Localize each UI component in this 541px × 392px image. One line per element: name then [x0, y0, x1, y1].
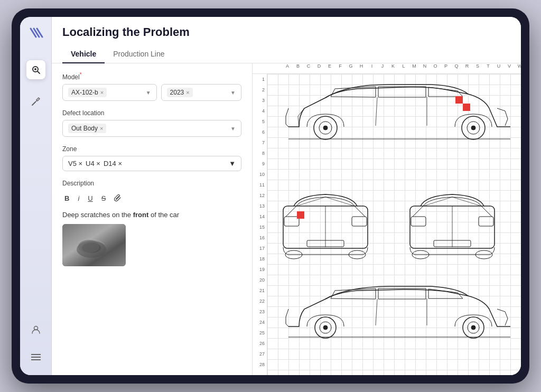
- svg-line-43: [413, 206, 423, 217]
- grid-letter-f: F: [335, 63, 346, 73]
- strikethrough-button[interactable]: S: [99, 193, 108, 204]
- svg-point-19: [471, 126, 475, 130]
- zone-chip-d14: D14 ×: [104, 160, 122, 167]
- svg-point-47: [323, 325, 328, 330]
- grid-cells[interactable]: [267, 74, 521, 375]
- model-field-group: Model* AX-102-b × ▼: [62, 72, 241, 101]
- user-nav-icon[interactable]: [26, 320, 45, 339]
- svg-point-5: [34, 68, 36, 70]
- search-nav-icon[interactable]: [26, 60, 45, 79]
- svg-point-16: [323, 126, 328, 130]
- grid-letter-v: V: [504, 63, 515, 73]
- zone-dropdown-arrow: ▼: [229, 160, 236, 167]
- description-text: Deep scratches on the front of the car: [62, 211, 241, 219]
- zone-chip-u4: U4 ×: [86, 160, 100, 167]
- grid-letter-c: C: [303, 63, 314, 73]
- model-dropdown-arrow-2: ▼: [227, 90, 236, 96]
- model-chip-1-remove[interactable]: ×: [100, 89, 104, 96]
- model-dropdown-arrow-1: ▼: [143, 90, 151, 96]
- zone-field-group: Zone V5 × U4 × D14 × ▼: [62, 145, 241, 171]
- grid-letters: A B C D E F G H I J K L M: [253, 63, 521, 74]
- image-thumbnail[interactable]: [62, 224, 126, 266]
- grid-letter-m: M: [409, 63, 419, 73]
- defect-chip: Out Body ×: [68, 124, 106, 133]
- model-select-row: AX-102-b × ▼ 2023 × ▼: [62, 84, 241, 101]
- grid-letter-t: T: [483, 63, 493, 73]
- defect-label: Defect location: [62, 109, 241, 117]
- page-title: Localizing the Problem: [62, 25, 510, 39]
- attach-button[interactable]: [112, 193, 124, 204]
- body: Model* AX-102-b × ▼: [52, 63, 521, 375]
- tab-production-line[interactable]: Production Line: [105, 45, 173, 63]
- svg-line-33: [355, 206, 365, 217]
- svg-line-52: [376, 299, 377, 325]
- grid-letter-g: G: [346, 63, 356, 73]
- sidebar: [20, 17, 52, 375]
- description-field-group: Description B i U S: [62, 180, 241, 266]
- defect-field-group: Defect location Out Body × ▼: [62, 109, 241, 137]
- svg-point-13: [82, 242, 101, 253]
- menu-nav-icon[interactable]: [26, 348, 45, 367]
- model-select-2[interactable]: 2023 × ▼: [161, 84, 241, 101]
- zone-chip-d14-remove[interactable]: ×: [118, 160, 122, 167]
- tablet-frame: Localizing the Problem Vehicle Productio…: [12, 8, 529, 384]
- grid-letter-n: N: [419, 63, 430, 73]
- tabs: Vehicle Production Line: [62, 45, 510, 63]
- grid-letter-i: I: [367, 63, 377, 73]
- svg-line-44: [481, 206, 492, 217]
- zone-label: Zone: [62, 145, 241, 153]
- model-select-1[interactable]: AX-102-b × ▼: [62, 84, 157, 101]
- model-chip-2-remove[interactable]: ×: [186, 89, 189, 96]
- grid-letter-b: B: [293, 63, 303, 73]
- tablet-screen: Localizing the Problem Vehicle Productio…: [20, 17, 521, 375]
- grid-letter-o: O: [430, 63, 441, 73]
- svg-rect-27: [284, 217, 299, 226]
- svg-line-32: [286, 206, 296, 217]
- grid-letter-l: L: [398, 63, 409, 73]
- svg-rect-39: [479, 217, 493, 226]
- zone-chip-v5-remove[interactable]: ×: [79, 160, 83, 167]
- svg-rect-28: [352, 217, 367, 226]
- car-bottom-side-view: [278, 284, 521, 348]
- defect-select[interactable]: Out Body × ▼: [62, 120, 241, 137]
- defect-dropdown-arrow: ▼: [227, 126, 236, 132]
- header: Localizing the Problem Vehicle Productio…: [52, 17, 521, 63]
- bold-button[interactable]: B: [62, 193, 71, 204]
- underline-button[interactable]: U: [86, 193, 95, 204]
- form-panel: Model* AX-102-b × ▼: [52, 63, 253, 375]
- grid-body: 1 2 3 4 5 6 7 8 9 10 11: [253, 74, 521, 375]
- model-chip-2: 2023 ×: [167, 88, 193, 97]
- description-toolbar: B i U S: [62, 190, 241, 208]
- zone-chip-u4-remove[interactable]: ×: [96, 160, 100, 167]
- svg-line-21: [376, 97, 377, 126]
- grid-letter-k: K: [388, 63, 398, 73]
- svg-point-50: [471, 325, 475, 330]
- italic-button[interactable]: i: [76, 193, 81, 204]
- grid-numbers: 1 2 3 4 5 6 7 8 9 10 11: [253, 74, 267, 375]
- car-side-view: [278, 79, 521, 148]
- svg-point-12: [77, 241, 106, 258]
- grid-letter-s: S: [472, 63, 483, 73]
- grid-letter-w: W: [515, 63, 521, 73]
- tab-vehicle[interactable]: Vehicle: [62, 45, 105, 63]
- grid-letter-d: D: [314, 63, 324, 73]
- app-logo: [29, 25, 43, 43]
- grid-letter-r: R: [462, 63, 472, 73]
- svg-rect-11: [62, 224, 126, 266]
- grid-letter-h: H: [356, 63, 367, 73]
- grid-letter-p: P: [441, 63, 451, 73]
- zone-chip-v5: V5 ×: [68, 160, 82, 167]
- svg-line-4: [38, 71, 40, 73]
- grid-container: A B C D E F G H I J K L M: [253, 63, 521, 375]
- tools-nav-icon[interactable]: [26, 92, 45, 111]
- car-rear-view: [394, 190, 510, 264]
- grid-letter-j: J: [377, 63, 388, 73]
- defect-chip-remove[interactable]: ×: [100, 125, 103, 132]
- zone-select[interactable]: V5 × U4 × D14 × ▼: [62, 156, 241, 171]
- grid-letter-u: U: [493, 63, 504, 73]
- car-front-view: [267, 190, 384, 264]
- model-label: Model*: [62, 72, 241, 81]
- grid-letter-e: E: [324, 63, 335, 73]
- model-chip-1: AX-102-b ×: [68, 88, 107, 97]
- description-label: Description: [62, 180, 241, 187]
